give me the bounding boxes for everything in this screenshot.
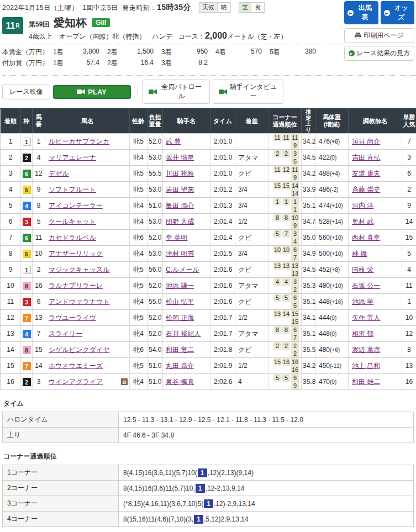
corner-4-position: 7 [291,254,299,261]
jockey-link[interactable]: C.ルメール [166,266,199,273]
estimated-agari: 34.5 [302,150,315,166]
body-weight-diff: (+10) [330,235,343,241]
horse-name-link[interactable]: ウインアグライア [49,378,103,386]
frame-badge: 1 [23,138,31,146]
body-weight-diff: (+4) [330,171,340,177]
jockey-interview-button[interactable]: 騎手インタビュー [213,80,283,104]
prize-place: 3着 [161,48,179,57]
odds-button-label: オッズ [392,3,412,22]
agari-value: 4F 46.6 - 3F 34.8 [119,428,414,443]
play-button[interactable]: PLAY [53,85,131,99]
result-guide-button[interactable]: ▶ レース結果の見方 [344,46,414,61]
horse-name-link[interactable]: マジックキャッスル [49,266,110,273]
horse-name-link[interactable]: マリアエレーナ [49,154,96,161]
horse-name-link[interactable]: ルビーカサブランカ [49,138,109,145]
horse-name-cell: ソフトフルート [45,182,130,198]
jockey-cell: 津村 明秀 [163,246,210,262]
trainer-link[interactable]: 矢作 芳人 [352,314,380,322]
win-popularity: 8 [402,342,416,358]
trainer-link[interactable]: 西村 真幸 [352,234,380,241]
frame-cell: 7 [21,310,33,326]
odds-button[interactable]: ▶ オッズ [381,1,415,24]
jockey-link[interactable]: 松山 弘平 [166,298,194,305]
jockey-link[interactable]: 川田 将雅 [166,170,194,177]
jockey-link[interactable]: 丸田 恭介 [166,362,194,370]
carried-weight: 55.0 [148,294,163,310]
jockey-link[interactable]: 池添 謙一 [166,282,194,289]
horse-name-link[interactable]: アイコンテーラー [49,202,103,209]
body-weight-cell: 422(0) [315,150,349,166]
trainer-link[interactable]: 河内 洋 [352,202,373,209]
trainer-link[interactable]: 池添 学 [352,298,373,305]
turf-condition-tag: 芝 良 [239,2,265,13]
horse-number: 12 [33,166,45,182]
divider [2,75,416,76]
horse-name-link[interactable]: クールキャット [49,218,96,225]
jockey-link[interactable]: 松岡 正海 [166,314,194,322]
horse-name-link[interactable]: アンドヴァラナウト [49,298,110,305]
jockey-link[interactable]: 坂井 瑠星 [166,154,194,161]
trainer-link[interactable]: 奥村 武 [352,218,373,225]
horse-name-link[interactable]: ホウオウエミーズ [49,362,103,370]
jockey-link[interactable]: 亀田 温心 [166,202,194,209]
margin: 3/4 [235,198,268,214]
course-label: コース： [178,33,205,40]
corner-2-position: 7 [282,230,290,238]
shutsuba-button[interactable]: ▶ 出馬表 [344,1,378,24]
finish-time: 2:02.6 [210,374,235,390]
horse-name-link[interactable]: デゼル [49,170,69,177]
horse-name-link[interactable]: ラルナブリラーレ [49,282,103,289]
win-popularity: 11 [402,278,416,294]
race-video-button[interactable]: レース映像 [2,85,50,99]
horse-name-cell: ルビーカサブランカ [45,134,130,150]
col-frame: 枠 [21,109,33,134]
trainer-link[interactable]: 須貝 尚介 [352,138,380,145]
result-row: 13 4 7 スライリー 牝4 52.0 石川 裕紀人 2:01.7 アタマ 8… [1,326,416,342]
horse-name-link[interactable]: ラヴユーライヴ [49,314,96,322]
horse-name-link[interactable]: ソフトフルート [49,186,96,193]
prize-place: 1着 [53,48,71,57]
trainer-link[interactable]: 渡辺 薫彦 [352,346,380,354]
jockey-link[interactable]: 団野 大成 [166,218,194,225]
corner-1-position: 8 [273,326,281,334]
jockey-link[interactable]: 和田 竜二 [166,346,194,354]
corner-2-position: 8 [282,214,290,222]
trainer-link[interactable]: 林 徹 [352,250,367,257]
trainer-link[interactable]: 国枝 栄 [352,266,373,273]
patrol-video-button[interactable]: 全周パトロール [143,80,210,104]
video-camera-icon [77,89,85,94]
jockey-link[interactable]: 泉谷 楓真 [166,378,194,386]
trainer-link[interactable]: 池上 昌和 [352,362,380,370]
margin: 1/2 [235,214,268,230]
jockey-link[interactable]: 津村 明秀 [166,250,194,257]
horse-name-cell: クールキャット [45,214,130,230]
trainer-link[interactable]: 石坂 公一 [352,282,380,289]
win-popularity: 3 [402,150,416,166]
trainer-link[interactable]: 相沢 郁 [352,330,373,338]
trainer-cell: 吉田 直弘 [349,150,402,166]
trainer-link[interactable]: 友道 康夫 [352,170,380,177]
frame-badge: 4 [23,202,31,210]
corner-order-cell: 5734 [268,230,302,246]
horse-name-link[interactable]: スライリー [49,330,82,338]
jockey-link[interactable]: 岩田 望来 [166,186,194,193]
time-section-title: タイム [3,399,414,408]
horse-name-link[interactable]: アナザーリリック [49,250,103,257]
corner-1-position: 11 [273,134,281,141]
carried-weight: 54.0 [148,342,163,358]
print-page-button[interactable]: 印刷用ページ [344,28,414,43]
horse-name-link[interactable]: シゲルピンクダイヤ [49,346,110,354]
jockey-link[interactable]: 石川 裕紀人 [166,330,201,338]
trainer-link[interactable]: 斉藤 崇史 [352,186,380,193]
jockey-link[interactable]: 幸 英明 [166,234,187,241]
body-weight: 450 [319,362,330,370]
body-weight-diff: (0) [330,331,336,337]
trainer-link[interactable]: 吉田 直弘 [352,154,380,161]
horse-number: 2 [33,262,45,278]
horse-name-link[interactable]: カセドラルベル [49,234,96,241]
horse-number: 16 [33,278,45,294]
corner-order-cell: 88109 [268,214,302,230]
trainer-link[interactable]: 和田 雄二 [352,378,380,386]
jockey-link[interactable]: 武 豊 [166,138,181,145]
margin: クビ [235,342,268,358]
